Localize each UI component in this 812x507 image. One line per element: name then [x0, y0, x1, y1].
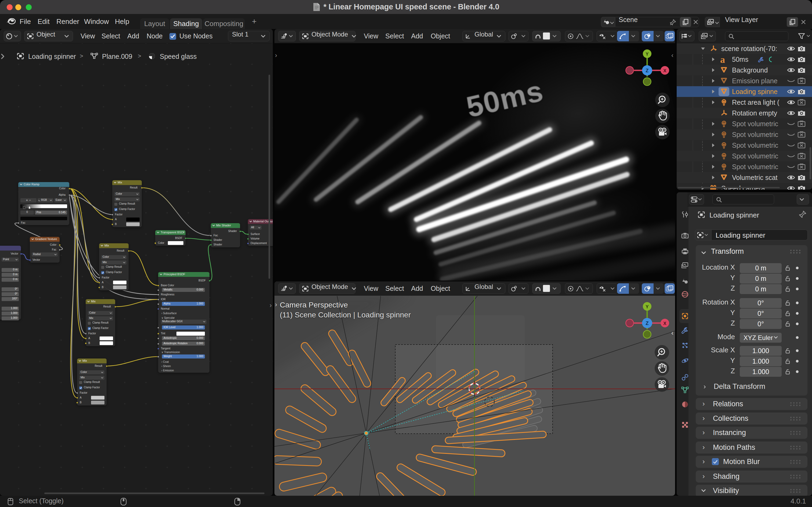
svg-text:X: X — [663, 321, 666, 326]
svg-text:Y: Y — [645, 304, 649, 309]
svg-text:Z: Z — [646, 68, 649, 73]
svg-text:Z: Z — [646, 321, 649, 326]
svg-text:Y: Y — [645, 52, 649, 57]
svg-text:X: X — [663, 68, 666, 73]
